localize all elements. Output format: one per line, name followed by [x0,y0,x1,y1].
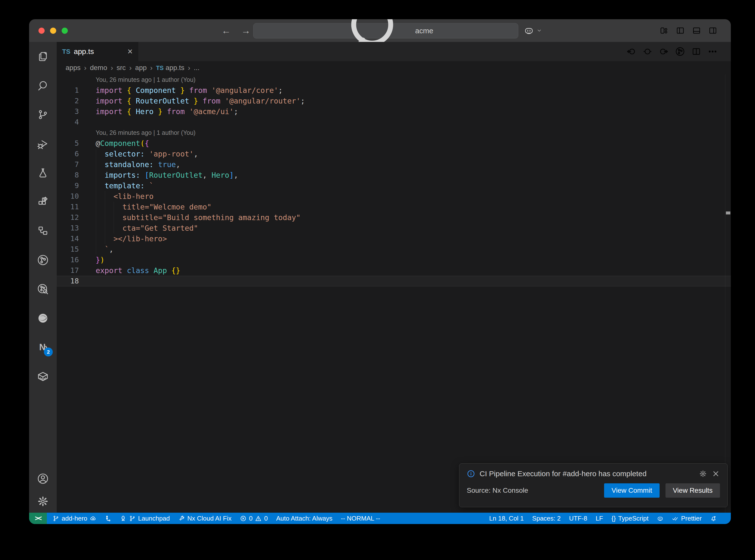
code-line-7[interactable]: 7 standalone: true, [57,159,731,170]
tab-app-ts[interactable]: TS app.ts × [57,42,138,61]
project-graph-action-icon[interactable] [675,46,685,57]
chevron-down-icon[interactable] [537,28,542,33]
activity-item-extensions[interactable] [29,187,57,216]
activity-item-explorer[interactable] [29,42,57,71]
toggle-primary-sidebar-icon[interactable] [676,26,685,35]
status-item-launchpad[interactable]: Launchpad [116,513,174,524]
explorer-icon [37,51,49,62]
status-item-eol[interactable]: LF [592,513,607,524]
rocket-icon [120,515,126,522]
code-line-11[interactable]: 11 title="Welcmoe demo" [57,202,731,212]
activity-item-testing[interactable] [29,158,57,187]
code-line-content: import { Hero } from '@acme/ui'; [96,106,238,117]
activity-item-search[interactable] [29,71,57,100]
line-number: 5 [57,138,79,148]
code-line-18[interactable]: 18 [57,276,731,286]
bell-icon [710,515,717,522]
nav-back-icon[interactable] [626,46,636,57]
split-editor-icon[interactable] [691,46,701,57]
history-back-icon[interactable]: ← [221,25,231,36]
code-line-3[interactable]: 3import { Hero } from '@acme/ui'; [57,106,731,117]
status-item-label: -- NORMAL -- [341,515,380,522]
breadcrumb-item[interactable]: apps [65,64,81,72]
containers-icon [37,371,49,382]
copilot-icon[interactable] [524,25,534,36]
command-center-search[interactable]: acme [253,23,518,38]
code-editor[interactable]: You, 26 minutes ago | 1 author (You)1imp… [57,75,731,513]
status-item-formatter-prettier[interactable]: Prettier [668,513,706,524]
status-item-label: TypeScript [618,515,649,522]
breadcrumb-item[interactable]: app [135,64,147,72]
check-double-icon [672,515,679,522]
status-item-branch-add-hero[interactable]: add-hero [48,513,101,524]
error-icon [240,515,246,522]
activity-item-edge-tools[interactable] [29,304,57,333]
status-item-git-graph[interactable] [101,513,116,524]
status-item-notifications-bell[interactable] [706,513,721,524]
minimize-window-button[interactable] [50,27,56,34]
toggle-secondary-sidebar-icon[interactable] [708,26,717,35]
code-line-10[interactable]: 10 <lib-hero [57,191,731,202]
code-line-14[interactable]: 14 ></lib-hero> [57,234,731,244]
nav-forward-icon[interactable] [659,46,669,57]
breadcrumb-item[interactable]: demo [90,64,107,72]
status-item-language-mode[interactable]: {}TypeScript [607,513,653,524]
notification-settings-icon[interactable] [699,469,707,478]
line-number: 4 [57,117,79,127]
zoom-window-button[interactable] [62,27,68,34]
code-line-content: template: ` [96,180,154,191]
status-item-auto-attach[interactable]: Auto Attach: Always [272,513,337,524]
close-tab-icon[interactable]: × [127,47,133,56]
status-item-encoding[interactable]: UTF-8 [565,513,592,524]
breadcrumb-item[interactable]: src [117,64,126,72]
view-commit-button[interactable]: View Commit [604,483,659,498]
status-item-problems[interactable]: 00 [236,513,272,524]
activity-item-settings[interactable] [29,490,57,513]
code-line-12[interactable]: 12 subtitle="Build something amazing tod… [57,212,731,223]
code-line-1[interactable]: 1import { Component } from '@angular/cor… [57,85,731,96]
code-line-15[interactable]: 15 `, [57,244,731,255]
code-line-8[interactable]: 8 imports: [RouterOutlet, Hero], [57,170,731,180]
activity-item-containers[interactable] [29,362,57,391]
toggle-panel-icon[interactable] [692,26,701,35]
line-number: 3 [57,106,79,117]
breadcrumb-item[interactable]: TSapp.ts [156,64,184,72]
overview-ruler[interactable] [725,75,731,513]
customize-layout-icon[interactable] [659,26,669,35]
traffic-lights [38,27,68,34]
code-line-2[interactable]: 2import { RouterOutlet } from '@angular/… [57,96,731,106]
status-item-indentation[interactable]: Spaces: 2 [528,513,565,524]
status-item-copilot[interactable] [653,513,668,524]
code-line-13[interactable]: 13 cta="Get Started" [57,223,731,234]
ruler-change-mark [726,212,730,215]
history-forward-icon[interactable]: → [241,25,251,36]
remote-indicator[interactable]: >< [29,513,47,524]
notification-close-icon[interactable] [712,469,720,478]
close-window-button[interactable] [38,27,45,34]
status-item-nx-cloud-ai-fix[interactable]: Nx Cloud AI Fix [174,513,236,524]
activity-item-accounts[interactable] [29,467,57,490]
code-line-content: cta="Get Started" [96,223,198,234]
status-item-label: Prettier [681,515,702,522]
code-line-content: ></lib-hero> [96,234,167,244]
activity-item-graph-search[interactable] [29,275,57,304]
code-line-16[interactable]: 16}) [57,255,731,265]
activity-item-project-structure[interactable] [29,216,57,245]
view-results-button[interactable]: View Results [665,483,720,498]
status-item-label: LF [596,515,603,522]
code-line-4[interactable]: 4 [57,117,731,127]
code-line-9[interactable]: 9 template: ` [57,180,731,191]
activity-item-project-graph[interactable] [29,245,57,275]
nav-position-icon[interactable] [642,46,652,57]
code-line-6[interactable]: 6 selector: 'app-root', [57,148,731,159]
code-line-17[interactable]: 17export class App {} [57,265,731,276]
more-actions-icon[interactable] [708,46,717,57]
activity-item-run-debug[interactable] [29,129,57,158]
breadcrumb-item[interactable]: ... [194,64,199,72]
activity-item-source-control[interactable] [29,100,57,129]
status-item-vim-mode[interactable]: -- NORMAL -- [337,513,384,524]
activity-item-nx-console[interactable]: N›2 [29,333,57,362]
warning-icon [255,515,262,522]
status-item-cursor-position[interactable]: Ln 18, Col 1 [485,513,528,524]
code-line-5[interactable]: 5@Component({ [57,138,731,148]
